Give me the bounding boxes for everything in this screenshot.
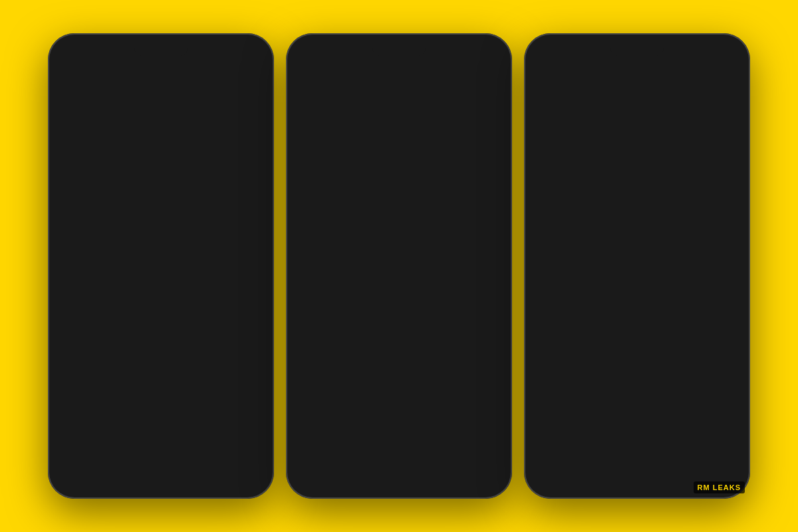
name-input[interactable] <box>541 198 733 209</box>
tab-grid[interactable] <box>293 295 399 328</box>
nav2-search-icon[interactable]: 🔍 <box>350 476 370 491</box>
edit-profile-button[interactable]: Edit profile <box>302 208 496 229</box>
add-content-icon[interactable] <box>459 61 473 79</box>
svg-rect-13 <box>340 311 344 315</box>
phone-2: 🔒 yashphulphagar ∨ ☰ <box>286 33 512 499</box>
username-label: Username <box>541 221 733 229</box>
profile-username[interactable]: yashphulphagar <box>318 65 395 76</box>
profile-avatar: 👤 <box>303 94 354 145</box>
phone-3-screen: ✕ Edit profile ✓ 👤 Change profile photo … <box>531 41 743 491</box>
home-header: Home ∨ <box>55 56 267 86</box>
phone-2-screen: 🔒 yashphulphagar ∨ ☰ <box>293 41 505 491</box>
edit-bio-field: Bio <box>531 285 743 319</box>
stat-following[interactable]: 205 Following <box>454 93 496 118</box>
post-image-overlay: Ready to take the next step? 🦅 Wharton U… <box>55 120 267 267</box>
nav2-home-icon[interactable]: 🏠 <box>305 476 325 491</box>
highlight-new[interactable]: + New <box>354 239 394 289</box>
stat-followers-label: Followers <box>415 108 449 118</box>
svg-point-6 <box>162 473 166 477</box>
stat-posts-num: 6 <box>368 93 411 106</box>
post-header: W whartonschool Sponsored ⋯ <box>55 86 267 120</box>
phone-2-notch <box>372 43 426 56</box>
post-caption: whartonschool Join a virtual event for l… <box>55 332 267 360</box>
photo-cell-1[interactable] <box>293 329 362 398</box>
highlight-new-circle: + <box>354 239 394 279</box>
photo-cell-4[interactable] <box>293 400 362 470</box>
name-label: Name <box>541 187 733 195</box>
svg-rect-17 <box>396 480 409 491</box>
highlights-row: T My Thoughts + New <box>293 233 505 295</box>
phone-3: ✕ Edit profile ✓ 👤 Change profile photo … <box>524 33 750 499</box>
phone-1: Home ∨ <box>48 33 274 499</box>
phone-1-screen: Home ∨ <box>55 41 267 491</box>
change-photo-button[interactable]: Change profile photo <box>594 162 680 172</box>
photo-cell-5[interactable] <box>364 400 434 470</box>
like-icon[interactable]: ♡ <box>63 297 76 314</box>
stat-followers[interactable]: 209 Followers <box>411 93 454 118</box>
profile-link[interactable]: rmleaks.com/ <box>302 189 496 199</box>
photo-badge-2: ▶ <box>421 331 432 341</box>
home-title-text: Home <box>64 63 104 80</box>
nav-reels-icon[interactable] <box>156 467 172 483</box>
wharton-name: 🦅 Wharton <box>68 222 168 236</box>
messenger-icon[interactable] <box>241 63 258 80</box>
nav2-profile-icon[interactable] <box>474 476 493 491</box>
signup-bar[interactable]: Sign Up › <box>55 267 267 291</box>
share-icon[interactable] <box>112 296 127 315</box>
comment-icon[interactable]: 💬 <box>85 297 103 314</box>
tab-tagged[interactable] <box>399 295 505 328</box>
edit-avatar-section: 👤 Change profile photo <box>531 86 743 183</box>
personal-info-link[interactable]: Personal information settings <box>531 348 743 377</box>
menu-icon[interactable]: ☰ <box>483 61 496 79</box>
photo-cell-3[interactable] <box>436 329 505 398</box>
profile-bio-line2: VIT Chennai 2025 <box>302 177 496 189</box>
svg-rect-11 <box>340 304 344 308</box>
caption-username[interactable]: whartonschool <box>63 334 119 344</box>
post-username[interactable]: whartonschool <box>92 94 241 104</box>
phone-1-notch <box>134 43 188 56</box>
confirm-icon[interactable]: ✓ <box>722 63 733 78</box>
switch-professional-link[interactable]: Switch to professional account <box>531 319 743 348</box>
profile-username-row: 🔒 yashphulphagar ∨ <box>302 64 404 76</box>
profile-name-section: Yash Jain My brain has too many tabs ope… <box>293 152 505 204</box>
add-post-icon[interactable] <box>214 63 231 80</box>
username-input[interactable] <box>541 231 733 243</box>
website-input[interactable] <box>541 265 733 277</box>
profile-numbers: 6 Posts 209 Followers 205 Following <box>368 93 496 118</box>
post-options-icon[interactable]: ⋯ <box>246 95 259 111</box>
profile-lock-icon: 🔒 <box>302 64 315 76</box>
nav-home-icon[interactable]: 🏠 <box>67 466 87 484</box>
svg-point-16 <box>450 307 454 311</box>
photo-grid: ▶ <box>293 329 505 470</box>
profile-header-icons: ☰ <box>459 61 496 79</box>
wharton-avatar[interactable]: W <box>63 91 86 115</box>
svg-rect-12 <box>347 304 351 308</box>
stat-posts-label: Posts <box>380 108 400 118</box>
edit-name-field: Name <box>531 183 743 217</box>
signup-arrow: › <box>253 273 257 284</box>
nav2-like-icon[interactable]: ♡ <box>435 476 450 491</box>
photo-cell-2[interactable]: ▶ <box>364 329 434 398</box>
save-icon[interactable]: 🔖 <box>241 297 259 314</box>
profile-header: 🔒 yashphulphagar ∨ ☰ <box>293 56 505 85</box>
close-icon[interactable]: ✕ <box>541 63 553 78</box>
post-image-text: Ready to take the next step? <box>68 186 254 201</box>
nav-like-icon[interactable]: ♡ <box>197 466 211 484</box>
stat-following-label: Following <box>458 108 492 118</box>
nav2-reels-icon[interactable] <box>394 477 410 491</box>
edit-avatar[interactable]: 👤 <box>607 96 667 156</box>
profile-avatar-wrap[interactable]: 👤 <box>302 93 355 146</box>
home-title-arrow: ∨ <box>107 66 114 76</box>
photo-cell-6[interactable] <box>436 400 505 470</box>
profile-stats: 👤 6 Posts 209 Followers 205 Following <box>293 85 505 152</box>
caption-more[interactable]: more <box>229 346 247 355</box>
edit-username-field: Username <box>531 217 743 251</box>
phone-3-notch <box>610 43 664 56</box>
nav-profile-avatar[interactable] <box>236 466 255 484</box>
watermark: RM LEAKS <box>694 481 745 493</box>
profile-name: Yash Jain <box>302 154 496 165</box>
bio-input[interactable] <box>541 299 733 311</box>
highlight-mythoughts[interactable]: T My Thoughts <box>302 239 344 289</box>
edit-profile-header: ✕ Edit profile ✓ <box>531 56 743 86</box>
nav-search-icon[interactable]: 🔍 <box>112 466 132 484</box>
